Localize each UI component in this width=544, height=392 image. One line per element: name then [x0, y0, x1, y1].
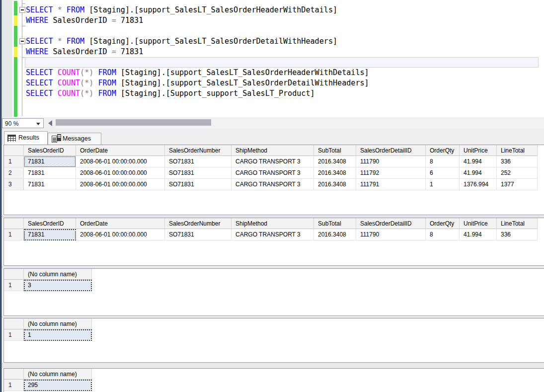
column-header--no-column-name-[interactable]: (No column name) — [24, 269, 92, 280]
row-header[interactable]: 1 — [4, 229, 24, 240]
grid-cell[interactable]: 111790 — [356, 156, 426, 167]
grid-cell[interactable]: 2016.3408 — [314, 167, 356, 179]
column-header-salesorderid[interactable]: SalesOrderID — [24, 145, 76, 156]
zoom-select[interactable]: 90 % — [2, 118, 44, 128]
change-bar — [14, 57, 17, 68]
grid-cell[interactable]: 2008-06-01 00:00:00.000 — [76, 156, 165, 167]
grid-cell[interactable]: 71831 — [24, 156, 76, 167]
grid-cell[interactable]: 41.994 — [460, 167, 497, 179]
grid-cell[interactable]: 71831 — [24, 229, 76, 240]
grid-cell[interactable]: CARGO TRANSPORT 3 — [232, 156, 314, 167]
grid-cell[interactable]: 71831 — [24, 167, 76, 179]
grid-cell[interactable]: 3 — [24, 280, 92, 291]
column-header-unitprice[interactable]: UnitPrice — [460, 145, 497, 156]
change-bar — [14, 26, 17, 36]
grid-cell[interactable]: 1 — [24, 329, 92, 341]
grid-cell[interactable]: 1 — [426, 179, 460, 190]
column-header-subtotal[interactable]: SubTotal — [314, 218, 356, 229]
sql-code[interactable]: SELECT * FROM [Staging].[support_SalesLT… — [26, 0, 543, 117]
grid-splitter[interactable] — [2, 316, 544, 318]
grid-cell[interactable]: 111792 — [356, 167, 426, 179]
sql-token — [62, 5, 67, 14]
tab-messages[interactable]: Messages — [48, 133, 101, 145]
grid-splitter[interactable] — [2, 266, 544, 269]
grid-cell[interactable]: 2008-06-01 00:00:00.000 — [76, 167, 165, 179]
hscroll-left-arrow[interactable] — [46, 118, 56, 128]
grid-cell[interactable]: 295 — [24, 380, 92, 391]
row-header[interactable]: 3 — [4, 179, 24, 190]
grid-cell[interactable]: CARGO TRANSPORT 3 — [232, 179, 314, 190]
hscroll-track[interactable] — [56, 118, 544, 128]
column-header--no-column-name-[interactable]: (No column name) — [24, 369, 92, 380]
grid-corner-cell[interactable] — [4, 369, 24, 380]
column-header-orderdate[interactable]: OrderDate — [76, 218, 165, 229]
code-line-1[interactable]: SELECT * FROM [Staging].[support_SalesLT… — [26, 5, 337, 15]
sql-token: [Staging].[support_SalesLT_SalesOrderDet… — [116, 78, 369, 87]
column-header-salesorderdetailid[interactable]: SalesOrderDetailID — [356, 145, 426, 156]
grid-corner-cell[interactable] — [4, 218, 24, 229]
grid-cell[interactable]: SO71831 — [165, 179, 232, 190]
grid-corner-cell[interactable] — [4, 318, 24, 329]
column-header-orderqty[interactable]: OrderQty — [426, 145, 460, 156]
code-line-4[interactable]: SELECT * FROM [Staging].[support_SalesLT… — [26, 36, 337, 47]
code-line-8[interactable]: SELECT COUNT(*) FROM [Staging].[support_… — [26, 78, 369, 88]
grid-cell[interactable]: 2016.3408 — [314, 229, 356, 240]
sql-editor[interactable]: SELECT * FROM [Staging].[support_SalesLT… — [2, 0, 544, 117]
grid-cell[interactable]: SO71831 — [165, 156, 232, 167]
grid-cell[interactable]: 1377 — [497, 179, 538, 190]
grid-row-1: 13 — [4, 280, 544, 291]
grid-corner-cell[interactable] — [4, 269, 24, 280]
grid-cell[interactable]: 111790 — [356, 229, 426, 240]
grid-cell[interactable]: 111791 — [356, 179, 426, 190]
column-header-salesordernumber[interactable]: SalesOrderNumber — [165, 145, 232, 156]
grid-cell[interactable]: 71831 — [24, 179, 76, 190]
column-header-linetotal[interactable]: LineTotal — [497, 145, 538, 156]
row-header[interactable]: 1 — [4, 156, 24, 167]
grid-cell[interactable]: 2008-06-01 00:00:00.000 — [76, 179, 165, 190]
grid-cell[interactable]: 336 — [497, 229, 538, 240]
row-header[interactable]: 2 — [4, 167, 24, 179]
result-grid-5: (No column name)1295 — [3, 368, 544, 392]
grid-cell[interactable]: 2016.3408 — [314, 179, 356, 190]
grid-cell[interactable]: 1376.994 — [460, 179, 497, 190]
grid-cell[interactable]: 2008-06-01 00:00:00.000 — [76, 229, 165, 240]
grid-cell[interactable]: CARGO TRANSPORT 3 — [232, 167, 314, 179]
grid-cell[interactable]: 41.994 — [460, 229, 497, 240]
grid-cell[interactable]: 8 — [426, 229, 460, 240]
grid-cell[interactable]: 6 — [426, 167, 460, 179]
code-line-9[interactable]: SELECT COUNT(*) FROM [Staging].[Support_… — [26, 88, 315, 99]
column-header-salesorderid[interactable]: SalesOrderID — [24, 218, 76, 229]
row-header[interactable]: 1 — [4, 280, 24, 291]
row-header[interactable]: 1 — [4, 380, 24, 391]
row-header[interactable]: 1 — [4, 329, 24, 341]
sql-token: FROM — [98, 68, 116, 77]
column-header-unitprice[interactable]: UnitPrice — [460, 218, 497, 229]
column-header-subtotal[interactable]: SubTotal — [314, 145, 356, 156]
column-header-salesorderdetailid[interactable]: SalesOrderDetailID — [356, 218, 426, 229]
grid-cell[interactable]: 336 — [497, 156, 538, 167]
grid-cell[interactable]: 8 — [426, 156, 460, 167]
grid-splitter[interactable] — [2, 363, 544, 369]
grid-splitter[interactable] — [2, 216, 544, 218]
hscroll-thumb[interactable] — [56, 119, 211, 126]
grid-cell[interactable]: SO71831 — [165, 167, 232, 179]
collapse-region-icon[interactable] — [19, 7, 25, 13]
column-header-salesordernumber[interactable]: SalesOrderNumber — [165, 218, 232, 229]
grid-cell[interactable]: CARGO TRANSPORT 3 — [232, 229, 314, 240]
code-line-5[interactable]: WHERE SalesOrderID = 71831 — [26, 47, 143, 57]
code-line-2[interactable]: WHERE SalesOrderID = 71831 — [26, 15, 143, 26]
grid-cell[interactable]: 2016.3408 — [314, 156, 356, 167]
code-line-7[interactable]: SELECT COUNT(*) FROM [Staging].[support_… — [26, 68, 369, 78]
tab-results[interactable]: Results — [4, 131, 48, 145]
grid-cell[interactable]: SO71831 — [165, 229, 232, 240]
grid-cell[interactable]: 41.994 — [460, 156, 497, 167]
grid-cell[interactable]: 252 — [497, 167, 538, 179]
column-header--no-column-name-[interactable]: (No column name) — [24, 318, 92, 329]
column-header-linetotal[interactable]: LineTotal — [497, 218, 538, 229]
column-header-orderdate[interactable]: OrderDate — [76, 145, 165, 156]
collapse-region-icon[interactable] — [19, 38, 25, 44]
column-header-orderqty[interactable]: OrderQty — [426, 218, 460, 229]
column-header-shipmethod[interactable]: ShipMethod — [232, 218, 314, 229]
grid-corner-cell[interactable] — [4, 145, 24, 156]
column-header-shipmethod[interactable]: ShipMethod — [232, 145, 314, 156]
